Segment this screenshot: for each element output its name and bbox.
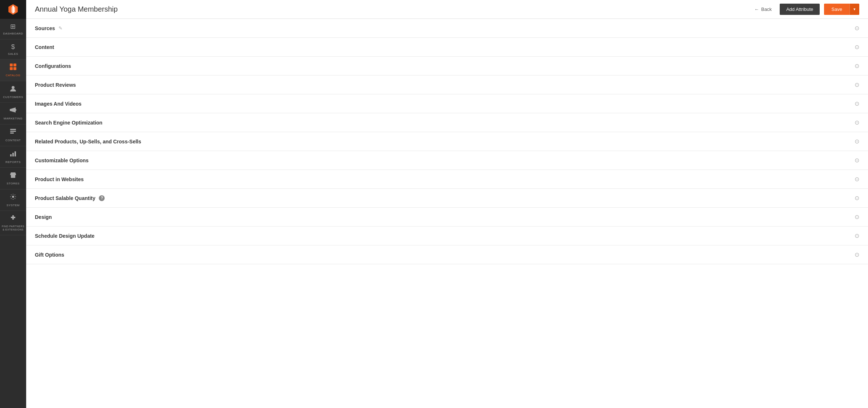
page-header: Annual Yoga Membership ← Back Add Attrib…	[26, 0, 868, 19]
sidebar-item-extensions[interactable]: Find Partners & Extensions	[0, 211, 26, 235]
section-row-images-videos[interactable]: Images And Videos ⊙	[26, 94, 868, 113]
section-title: Configurations	[35, 63, 71, 69]
sections-list: Sources ✎ ⊙ Content ⊙ Configurations ⊙ P…	[26, 19, 868, 408]
save-button-group: Save ▾	[824, 4, 859, 15]
sidebar-item-label: Catalog	[6, 74, 21, 77]
svg-rect-9	[10, 109, 11, 111]
header-actions: ← Back Add Attribute Save ▾	[751, 4, 859, 15]
section-row-left: Search Engine Optimization	[35, 120, 102, 126]
content-icon	[9, 128, 17, 137]
sidebar-item-label: Customers	[3, 95, 23, 99]
section-row-left: Design	[35, 214, 52, 220]
section-row-left: Customizable Options	[35, 158, 89, 163]
sidebar-item-label: Marketing	[4, 117, 23, 121]
chevron-icon: ⊙	[855, 100, 859, 107]
svg-point-16	[12, 196, 14, 198]
system-icon	[9, 193, 17, 202]
chevron-icon: ⊙	[855, 195, 859, 201]
sidebar-item-stores[interactable]: Stores	[0, 168, 26, 189]
edit-icon[interactable]: ✎	[58, 25, 62, 31]
dropdown-arrow-icon: ▾	[853, 7, 856, 11]
svg-rect-15	[15, 151, 16, 156]
back-arrow-icon: ←	[754, 7, 759, 12]
section-row-seo[interactable]: Search Engine Optimization ⊙	[26, 113, 868, 132]
sidebar-item-label: Find Partners & Extensions	[1, 225, 25, 231]
svg-point-8	[12, 86, 15, 89]
chevron-icon: ⊙	[855, 44, 859, 50]
sidebar-item-dashboard[interactable]: ⊞ Dashboard	[0, 19, 26, 40]
chevron-icon: ⊙	[855, 251, 859, 258]
section-row-left: Gift Options	[35, 252, 64, 258]
section-row-left: Related Products, Up-Sells, and Cross-Se…	[35, 139, 141, 144]
svg-rect-10	[10, 129, 16, 130]
chevron-icon: ⊙	[855, 176, 859, 183]
sidebar-item-label: Dashboard	[3, 32, 23, 36]
sidebar-item-sales[interactable]: $ Sales	[0, 40, 26, 60]
sidebar-item-reports[interactable]: Reports	[0, 146, 26, 168]
sidebar-item-label: Sales	[8, 52, 18, 56]
chevron-icon: ⊙	[855, 119, 859, 126]
section-row-left: Content	[35, 44, 54, 50]
svg-rect-7	[13, 67, 16, 70]
sidebar-item-label: Reports	[5, 160, 21, 164]
chevron-icon: ⊙	[855, 213, 859, 220]
chevron-icon: ⊙	[855, 157, 859, 164]
section-row-schedule-design[interactable]: Schedule Design Update ⊙	[26, 227, 868, 245]
section-row-product-reviews[interactable]: Product Reviews ⊙	[26, 76, 868, 94]
section-row-left: Sources ✎	[35, 25, 62, 31]
stores-icon	[9, 171, 17, 180]
section-row-gift-options[interactable]: Gift Options ⊙	[26, 245, 868, 264]
sidebar-item-label: Stores	[7, 182, 20, 185]
help-icon[interactable]: ?	[99, 195, 105, 201]
section-title: Product Reviews	[35, 82, 76, 88]
section-row-sources[interactable]: Sources ✎ ⊙	[26, 19, 868, 38]
section-row-left: Product Salable Quantity ?	[35, 195, 105, 201]
section-title: Product in Websites	[35, 176, 84, 182]
section-row-left: Configurations	[35, 63, 71, 69]
section-row-product-in-websites[interactable]: Product in Websites ⊙	[26, 170, 868, 189]
chevron-icon: ⊙	[855, 232, 859, 239]
section-row-customizable-options[interactable]: Customizable Options ⊙	[26, 151, 868, 170]
sidebar-item-label: Content	[5, 139, 21, 142]
sidebar-item-marketing[interactable]: Marketing	[0, 103, 26, 125]
sidebar-item-system[interactable]: System	[0, 189, 26, 211]
section-row-design[interactable]: Design ⊙	[26, 208, 868, 227]
dashboard-icon: ⊞	[10, 23, 16, 30]
section-title: Sources	[35, 25, 55, 31]
chevron-icon: ⊙	[855, 138, 859, 145]
section-title: Design	[35, 214, 52, 220]
section-title: Customizable Options	[35, 158, 89, 163]
sidebar-item-label: System	[7, 204, 20, 207]
section-row-product-salable-quantity[interactable]: Product Salable Quantity ? ⊙	[26, 189, 868, 208]
section-title: Search Engine Optimization	[35, 120, 102, 126]
sidebar-item-customers[interactable]: Customers	[0, 81, 26, 103]
svg-rect-6	[10, 67, 13, 70]
page-title: Annual Yoga Membership	[35, 5, 118, 13]
section-row-configurations[interactable]: Configurations ⊙	[26, 57, 868, 76]
chevron-icon: ⊙	[855, 25, 859, 32]
section-title: Product Salable Quantity	[35, 195, 95, 201]
chevron-icon: ⊙	[855, 81, 859, 88]
chevron-icon: ⊙	[855, 62, 859, 69]
sidebar-item-content[interactable]: Content	[0, 125, 26, 146]
section-row-content[interactable]: Content ⊙	[26, 38, 868, 57]
section-title: Images And Videos	[35, 101, 81, 107]
magento-logo-icon	[7, 4, 19, 15]
save-dropdown-button[interactable]: ▾	[849, 4, 859, 15]
reports-icon	[9, 150, 17, 159]
extensions-icon	[9, 215, 17, 224]
back-button[interactable]: ← Back	[751, 4, 775, 14]
section-row-related-products[interactable]: Related Products, Up-Sells, and Cross-Se…	[26, 132, 868, 151]
save-button[interactable]: Save	[824, 4, 849, 15]
main-content: Annual Yoga Membership ← Back Add Attrib…	[26, 0, 868, 408]
svg-rect-14	[12, 153, 14, 156]
catalog-icon	[9, 63, 17, 72]
svg-rect-12	[10, 132, 14, 134]
section-row-left: Product Reviews	[35, 82, 76, 88]
sidebar-item-catalog[interactable]: Catalog	[0, 60, 26, 81]
svg-rect-3	[12, 6, 13, 13]
sidebar-logo	[0, 0, 26, 19]
section-row-left: Schedule Design Update	[35, 233, 94, 239]
section-title: Content	[35, 44, 54, 50]
add-attribute-button[interactable]: Add Attribute	[780, 4, 820, 15]
